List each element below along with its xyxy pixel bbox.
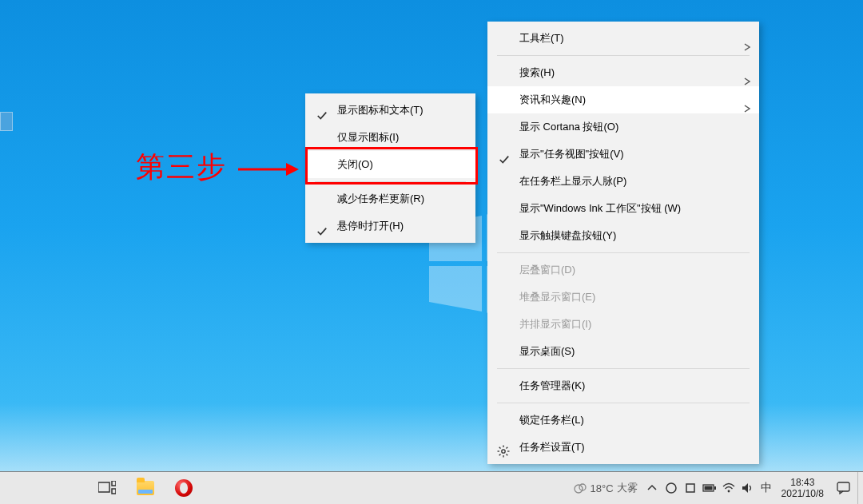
menu-item-label: 任务管理器(K) (519, 379, 585, 391)
menu-separator (315, 181, 466, 182)
menu-item-label: 锁定任务栏(L) (519, 414, 584, 426)
taskbar-right: 18°C 大雾 中 18:43 2021/10/8 (568, 472, 863, 504)
battery-icon[interactable] (700, 472, 719, 504)
tray-overflow-button[interactable] (642, 472, 662, 504)
svg-line-13 (499, 454, 501, 456)
menu-separator (497, 368, 750, 369)
menu-item-label: 在任务栏上显示人脉(P) (519, 175, 626, 187)
desktop-background[interactable]: 第三步 显示图标和文本(T) 仅显示图标(I) 关闭(O) 减少任务栏更新(R)… (0, 0, 863, 504)
chevron-right-icon (743, 34, 751, 42)
menu-item-label: 显示触摸键盘按钮(Y) (519, 229, 616, 241)
menu-separator (497, 403, 750, 403)
desktop-icon-fragment (0, 112, 13, 131)
menu-item-label: 仅显示图标(I) (337, 131, 399, 143)
menu-search[interactable]: 搜索(H) (487, 59, 759, 86)
check-icon (316, 105, 328, 116)
menu-item-label: 搜索(H) (519, 66, 555, 78)
svg-point-20 (666, 483, 676, 493)
menu-item-label: 并排显示窗口(I) (519, 318, 591, 330)
menu-item-label: 堆叠显示窗口(E) (519, 291, 595, 303)
menu-lock-taskbar[interactable]: 锁定任务栏(L) (487, 407, 759, 434)
gear-icon (497, 441, 510, 454)
menu-item-label: 减少任务栏更新(R) (337, 192, 424, 204)
svg-line-14 (507, 447, 508, 449)
weather-temp: 18°C (591, 482, 614, 494)
svg-marker-5 (286, 163, 299, 176)
chevron-right-icon (743, 96, 751, 104)
menu-item-label: 显示"Windows Ink 工作区"按钮 (W) (519, 202, 681, 214)
menu-side-by-side: 并排显示窗口(I) (487, 311, 759, 338)
menu-show-cortana[interactable]: 显示 Cortana 按钮(O) (487, 113, 759, 141)
clock[interactable]: 18:43 2021/10/8 (775, 477, 830, 499)
news-interests-submenu: 显示图标和文本(T) 仅显示图标(I) 关闭(O) 减少任务栏更新(R) 悬停时… (305, 93, 475, 243)
clock-date: 2021/10/8 (781, 488, 824, 499)
menu-news-interests[interactable]: 资讯和兴趣(N) (487, 86, 759, 113)
taskbar-context-menu: 工具栏(T) 搜索(H) 资讯和兴趣(N) 显示 Cortana 按钮(O) 显… (487, 22, 759, 464)
annotation-step-label: 第三步 (136, 148, 227, 187)
clock-time: 18:43 (781, 477, 824, 488)
file-explorer-button[interactable] (126, 472, 165, 504)
menu-show-desktop[interactable]: 显示桌面(S) (487, 338, 759, 365)
menu-item-label: 工具栏(T) (519, 32, 564, 44)
menu-item-label: 悬停时打开(H) (337, 220, 404, 232)
menu-separator (497, 252, 750, 253)
menu-stack-windows: 堆叠显示窗口(E) (487, 284, 759, 311)
menu-show-taskview[interactable]: 显示"任务视图"按钮(V) (487, 141, 759, 168)
opera-button[interactable] (165, 472, 203, 504)
submenu-show-icon-text[interactable]: 显示图标和文本(T) (305, 97, 475, 124)
check-icon (499, 149, 510, 160)
menu-show-ink[interactable]: 显示"Windows Ink 工作区"按钮 (W) (487, 195, 759, 222)
weather-icon (573, 481, 587, 495)
ime-indicator[interactable]: 中 (758, 481, 775, 495)
svg-point-18 (575, 485, 583, 493)
taskbar-left (0, 472, 203, 504)
menu-item-label: 显示图标和文本(T) (337, 104, 424, 116)
chevron-right-icon (743, 69, 751, 77)
submenu-close[interactable]: 关闭(O) (305, 151, 475, 178)
menu-show-people[interactable]: 在任务栏上显示人脉(P) (487, 168, 759, 195)
svg-marker-2 (429, 266, 482, 312)
menu-separator (497, 55, 750, 56)
weather-widget[interactable]: 18°C 大雾 (568, 481, 642, 495)
annotation-arrow (238, 160, 299, 181)
menu-cascade-windows: 层叠窗口(D) (487, 256, 759, 284)
svg-point-25 (727, 490, 730, 493)
opera-icon (175, 479, 193, 497)
menu-show-touch-kbd[interactable]: 显示触摸键盘按钮(Y) (487, 222, 759, 249)
menu-toolbars[interactable]: 工具栏(T) (487, 25, 759, 52)
svg-rect-15 (98, 482, 109, 492)
svg-rect-16 (112, 481, 116, 486)
menu-item-label: 资讯和兴趣(N) (519, 93, 586, 105)
submenu-show-icon-only[interactable]: 仅显示图标(I) (305, 124, 475, 151)
wifi-icon[interactable] (719, 472, 738, 504)
svg-rect-23 (714, 486, 716, 490)
menu-item-label: 任务栏设置(T) (519, 441, 585, 453)
svg-line-12 (507, 454, 508, 456)
show-desktop-button[interactable] (857, 472, 863, 504)
menu-item-label: 显示桌面(S) (519, 345, 575, 357)
svg-rect-21 (686, 484, 694, 492)
taskbar[interactable]: 18°C 大雾 中 18:43 2021/10/8 (0, 471, 863, 504)
svg-rect-24 (704, 486, 712, 490)
menu-item-label: 层叠窗口(D) (519, 264, 575, 276)
volume-icon[interactable] (738, 472, 758, 504)
svg-marker-26 (742, 483, 748, 493)
submenu-open-on-hover[interactable]: 悬停时打开(H) (305, 212, 475, 240)
svg-point-6 (502, 450, 505, 453)
task-view-button[interactable] (88, 472, 126, 504)
menu-item-label: 显示"任务视图"按钮(V) (519, 148, 624, 160)
submenu-reduce-updates[interactable]: 减少任务栏更新(R) (305, 185, 475, 212)
tray-app-icon[interactable] (681, 472, 700, 504)
menu-item-label: 关闭(O) (337, 158, 373, 170)
menu-item-label: 显示 Cortana 按钮(O) (519, 121, 618, 133)
svg-rect-27 (837, 482, 849, 491)
action-center-button[interactable] (830, 472, 857, 504)
svg-rect-17 (112, 489, 116, 494)
menu-taskbar-settings[interactable]: 任务栏设置(T) (487, 434, 759, 461)
weather-cond: 大雾 (617, 481, 638, 495)
check-icon (316, 220, 328, 232)
folder-icon (137, 481, 154, 495)
svg-line-11 (499, 447, 501, 449)
menu-task-manager[interactable]: 任务管理器(K) (487, 372, 759, 399)
tray-app-icon[interactable] (662, 472, 681, 504)
